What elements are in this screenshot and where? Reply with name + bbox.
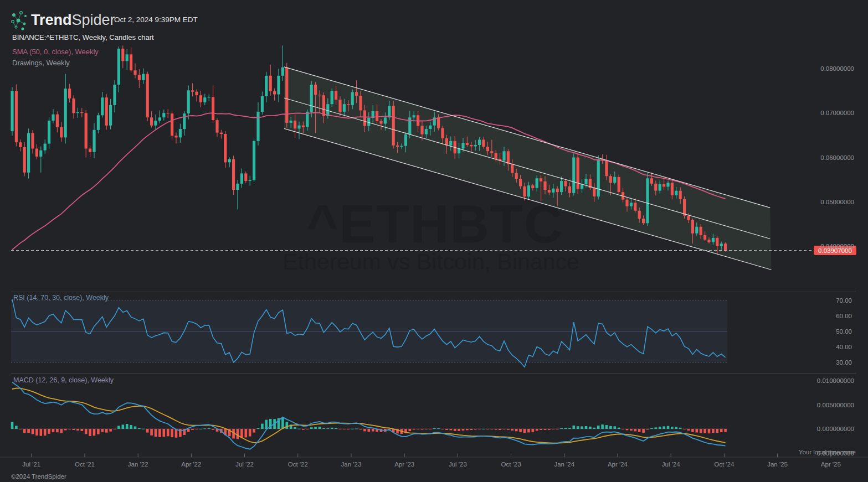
drawings-label[interactable]: Drawings, Weekly bbox=[12, 59, 70, 67]
price-axis[interactable]: 0.080000000.070000000.060000000.05000000… bbox=[815, 65, 854, 457]
macd-tick-label: 0.000000000 bbox=[817, 426, 854, 432]
rsi-tick-label: 60.00 bbox=[836, 313, 852, 319]
header: TrendSpider Oct 2, 2024 9:39PM EDT BINAN… bbox=[12, 12, 198, 67]
time-tick-label: Jan '24 bbox=[554, 461, 574, 468]
macd-tick-label: 0.010000000 bbox=[817, 377, 854, 384]
time-axis[interactable]: Jul '21Oct '21Jan '22Apr '22Jul '22Oct '… bbox=[0, 454, 868, 468]
trendspider-logo-icon bbox=[12, 12, 27, 30]
macd-pane[interactable] bbox=[11, 374, 856, 449]
time-tick-label: Jan '25 bbox=[767, 461, 788, 468]
chart-timestamp: Oct 2, 2024 9:39PM EDT bbox=[114, 15, 198, 24]
watermark-subtitle: Ethereum vs Bitcoin, Binance bbox=[283, 249, 579, 274]
trendspider-chart-window: ^ETHBTC Ethereum vs Bitcoin, Binance 0.0… bbox=[0, 0, 868, 482]
time-tick-label: Jan '22 bbox=[128, 461, 148, 468]
macd-tick-label: 0.005000000 bbox=[817, 402, 854, 408]
time-tick-label: Oct '24 bbox=[714, 461, 735, 468]
time-tick-label: Oct '23 bbox=[501, 461, 521, 468]
price-tick-label: 0.07000000 bbox=[820, 110, 854, 116]
price-tick-label: 0.04000000 bbox=[820, 243, 854, 250]
copyright: ©2024 TrendSpider bbox=[11, 473, 66, 480]
price-tick-label: 0.06000000 bbox=[820, 154, 854, 161]
rsi-tick-label: 50.00 bbox=[836, 328, 852, 335]
time-tick-label: Apr '24 bbox=[608, 461, 628, 468]
logo-wordmark: TrendSpider bbox=[31, 12, 115, 28]
time-tick-label: Apr '23 bbox=[394, 461, 414, 468]
time-tick-label: Oct '21 bbox=[75, 461, 95, 468]
time-tick-label: Jul '23 bbox=[449, 461, 467, 468]
time-tick-label: Jul '24 bbox=[662, 461, 680, 468]
time-tick-label: Oct '22 bbox=[288, 461, 308, 468]
macd-pane-label[interactable]: MACD (12, 26, 9, close), Weekly bbox=[13, 376, 114, 384]
time-tick-label: Jul '21 bbox=[22, 461, 40, 468]
sma-indicator-label[interactable]: SMA (50, 0, close), Weekly bbox=[12, 48, 99, 56]
price-tick-label: 0.05000000 bbox=[820, 199, 854, 205]
time-tick-label: Jan '23 bbox=[341, 461, 362, 468]
time-tick-label: Apr '25 bbox=[821, 461, 841, 468]
timezone-note: Your local time zone bbox=[799, 449, 856, 455]
rsi-tick-label: 70.00 bbox=[836, 297, 852, 304]
time-tick-label: Apr '22 bbox=[181, 461, 201, 468]
price-tick-label: 0.08000000 bbox=[820, 65, 854, 72]
rsi-pane[interactable] bbox=[11, 292, 856, 367]
macd-signal-line bbox=[12, 388, 726, 443]
rsi-pane-label[interactable]: RSI (14, 70, 30, close), Weekly bbox=[13, 294, 109, 302]
rsi-tick-label: 40.00 bbox=[836, 344, 852, 350]
watermark-symbol: ^ETHBTC bbox=[307, 194, 564, 254]
macd-line bbox=[12, 382, 726, 449]
macd-histogram bbox=[11, 418, 727, 439]
time-tick-label: Jul '22 bbox=[235, 461, 254, 468]
rsi-tick-label: 30.00 bbox=[836, 359, 852, 366]
chart-canvas[interactable]: ^ETHBTC Ethereum vs Bitcoin, Binance 0.0… bbox=[0, 0, 868, 482]
symbol-title[interactable]: BINANCE:^ETHBTC, Weekly, Candles chart bbox=[12, 33, 154, 42]
